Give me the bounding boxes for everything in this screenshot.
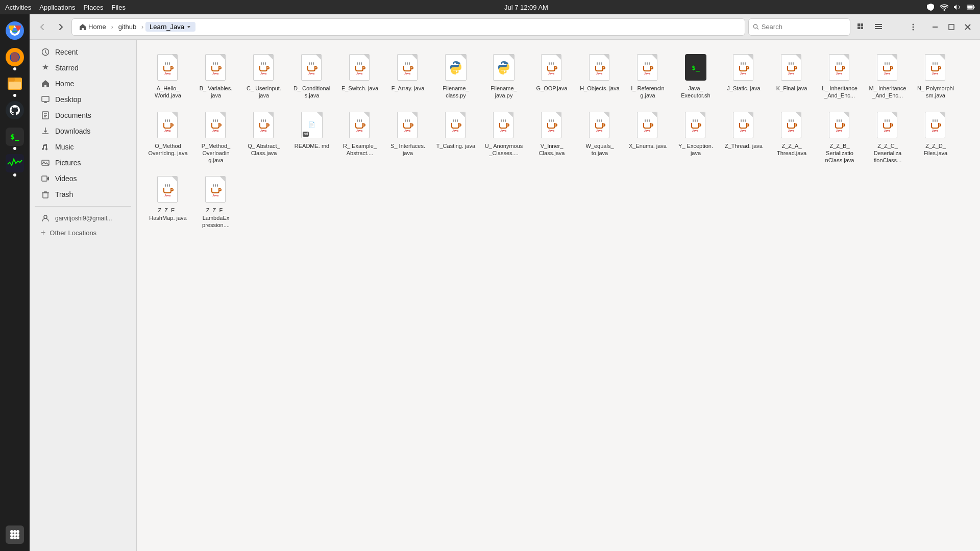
sidebar-item-documents[interactable]: Documents [33,108,133,123]
file-icon-java: Java [299,52,325,83]
file-item[interactable]: Java M_ Inheritance _And_Enc... [865,48,911,104]
file-item[interactable]: Java X_Enums. java [625,106,671,168]
dock-item-firefox[interactable] [4,46,26,68]
sort-button[interactable] [888,19,903,35]
file-item[interactable]: Java V_Inner_ Class.java [529,106,575,168]
breadcrumb-github[interactable]: github [115,22,139,32]
file-item[interactable]: Java N_ Polymorphi sm.java [913,48,959,104]
back-button[interactable] [35,19,50,35]
svg-point-32 [913,26,914,28]
file-item[interactable]: Java L_ Inheritance _And_Enc... [817,48,863,104]
sidebar-add-other-locations[interactable]: + Other Locations [33,227,133,239]
activities-label[interactable]: Activities [5,4,31,11]
places-menu[interactable]: Places [83,4,103,11]
file-item[interactable]: Java I_ Referencin g.java [625,48,671,104]
sidebar-item-desktop[interactable]: Desktop [33,92,133,107]
sidebar-item-pictures[interactable]: Pictures [33,155,133,170]
sidebar-music-label: Music [55,143,74,151]
search-bar[interactable] [748,18,850,36]
file-name: H_Objects. java [580,85,620,92]
file-item[interactable]: Java H_Objects. java [577,48,623,104]
list-view-button[interactable] [871,19,886,35]
dock-item-appgrid[interactable] [4,523,26,546]
maximize-button[interactable] [944,20,959,34]
minimize-button[interactable] [928,20,942,34]
breadcrumb-folder[interactable]: Learn_Java [145,22,195,32]
file-item[interactable]: Java T_Casting. java [433,106,479,168]
file-icon-java: Java [874,52,901,83]
file-name: D_ Conditional s.java [291,85,333,99]
file-item[interactable]: Java K_Final.java [769,48,815,104]
sidebar-item-home[interactable]: Home [33,76,133,91]
sidebar-item-account[interactable]: garvitjoshi9@gmail... [33,211,133,226]
file-item[interactable]: md 📄 README. md [289,106,335,168]
file-item[interactable]: Java F_Array. java [385,48,431,104]
sidebar-item-downloads[interactable]: Downloads [33,123,133,139]
file-item[interactable]: Java R_ Example_ Abstract.... [337,106,383,168]
svg-rect-27 [861,27,863,29]
search-input[interactable] [762,23,846,31]
file-item[interactable]: Java S_ Interfaces. java [385,106,431,168]
file-item[interactable]: Filename_ class.py [433,48,479,104]
file-item[interactable]: Java Z_Z_E_ HashMap. java [145,170,191,233]
breadcrumb-home-label: Home [88,23,106,31]
file-icon-java: Java [634,110,661,140]
file-item[interactable]: Java Z_Z_B_ Serializatio nClass.java [817,106,863,168]
file-item[interactable]: Java B_ Variables. java [193,48,239,104]
grid-view-button[interactable] [853,19,869,35]
file-item[interactable]: Java D_ Conditional s.java [289,48,335,104]
file-item[interactable]: Java G_OOP.java [529,48,575,104]
file-name: N_ Polymorphi sm.java [915,85,957,99]
dock-item-activity[interactable] [4,152,26,174]
file-name: F_Array. java [391,85,425,92]
sidebar-documents-label: Documents [55,111,91,119]
svg-rect-35 [949,24,954,30]
file-item[interactable]: Java U_ Anonymous _Classes.... [481,106,527,168]
file-item[interactable]: Filename_ java.py [481,48,527,104]
file-item[interactable]: Java Z_Z_A_ Thread.java [769,106,815,168]
file-icon-java: Java [730,52,757,83]
sidebar-account-label: garvitjoshi9@gmail... [55,215,112,222]
topbar-left: Activities Applications Places Files [5,4,126,11]
file-item[interactable]: Java A_Hello_ World.java [145,48,191,104]
dock-item-terminal[interactable]: $_ [4,126,26,148]
forward-button[interactable] [53,19,68,35]
breadcrumb-sep-2: › [141,23,143,31]
sidebar-item-starred[interactable]: Starred [33,60,133,76]
file-name: Z_Thread. java [725,142,763,149]
file-item[interactable]: $_Java_ Executor.sh [673,48,719,104]
shield-icon [927,3,935,11]
file-item[interactable]: Java Z_Z_D_ Files.java [913,106,959,168]
file-item[interactable]: Java E_Switch. java [337,48,383,104]
sidebar-item-videos[interactable]: Videos [33,171,133,186]
dock-item-files[interactable] [4,72,26,95]
svg-point-31 [913,23,914,25]
file-item[interactable]: Java C_ UserInput. java [241,48,287,104]
file-item[interactable]: Java W_equals_ to.java [577,106,623,168]
file-area: Java A_Hello_ World.java Java B_ Variabl… [137,40,980,551]
file-name: G_OOP.java [536,85,568,92]
sidebar-item-recent[interactable]: Recent [33,44,133,60]
file-item[interactable]: Java Y_ Exception. java [673,106,719,168]
dock-item-chrome[interactable] [4,19,26,42]
dock-item-github[interactable] [4,99,26,121]
file-item[interactable]: Java Z_Thread. java [721,106,767,168]
file-item[interactable]: Java O_Method Overriding. java [145,106,191,168]
svg-point-42 [44,215,47,218]
file-name: J_Static. java [727,85,760,92]
files-menu[interactable]: Files [111,4,125,11]
file-icon-java: Java [443,110,469,140]
sidebar-item-music[interactable]: Music [33,139,133,155]
file-item[interactable]: Java J_Static. java [721,48,767,104]
file-item[interactable]: Java Q_ Abstract_ Class.java [241,106,287,168]
file-item[interactable]: Java Z_Z_C_ Deserializa tionClass... [865,106,911,168]
sidebar-item-trash[interactable]: Trash [33,187,133,202]
svg-rect-25 [861,23,863,26]
close-button[interactable] [961,20,975,34]
file-item[interactable]: Java Z_Z_F_ LambdaEx pression.... [193,170,239,233]
file-item[interactable]: Java P_Method_ Overloadin g.java [193,106,239,168]
topbar-datetime: Jul 7 12:09 AM [504,4,548,11]
menu-button[interactable] [905,19,921,35]
breadcrumb-home[interactable]: Home [76,22,109,32]
applications-menu[interactable]: Applications [39,4,75,11]
